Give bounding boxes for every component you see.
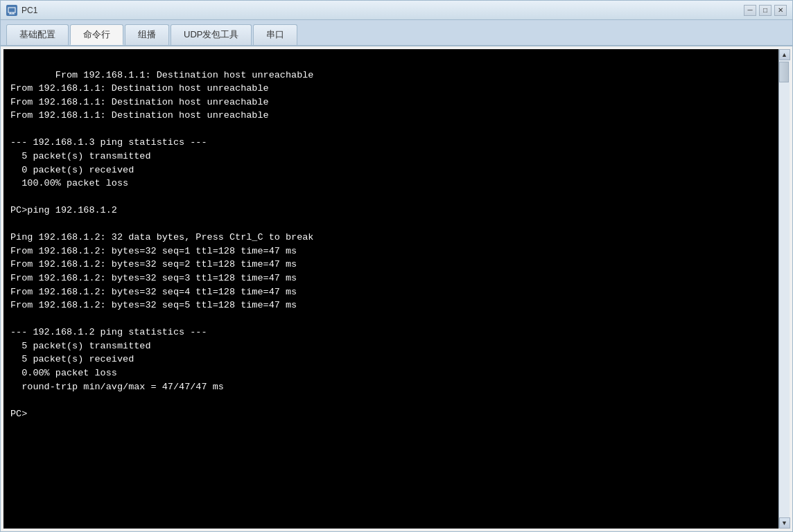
tab-command-line[interactable]: 命令行 [70, 24, 123, 45]
terminal-output[interactable]: From 192.168.1.1: Destination host unrea… [3, 49, 778, 529]
close-button[interactable]: ✕ [774, 5, 787, 16]
terminal-wrapper: From 192.168.1.1: Destination host unrea… [1, 46, 792, 531]
content-area: From 192.168.1.1: Destination host unrea… [1, 46, 792, 531]
svg-rect-0 [8, 8, 15, 12]
tab-multicast[interactable]: 组播 [125, 24, 169, 45]
scrollbar-down-arrow[interactable]: ▼ [779, 517, 790, 529]
window-title: PC1 [21, 6, 37, 15]
scrollbar-thumb[interactable] [779, 62, 789, 82]
scrollbar-track[interactable] [779, 60, 790, 517]
tabs-bar: 基础配置 命令行 组播 UDP发包工具 串口 [1, 20, 792, 46]
minimize-button[interactable]: ─ [744, 5, 756, 16]
titlebar: PC1 ─ □ ✕ [1, 1, 792, 20]
main-window: PC1 ─ □ ✕ 基础配置 命令行 组播 UDP发包工具 串口 From 19… [0, 0, 793, 532]
titlebar-left: PC1 [6, 5, 37, 16]
restore-button[interactable]: □ [759, 5, 772, 16]
scrollbar[interactable]: ▲ ▼ [778, 49, 790, 529]
app-icon [6, 5, 17, 16]
tab-udp-tool[interactable]: UDP发包工具 [171, 24, 252, 45]
scrollbar-up-arrow[interactable]: ▲ [779, 49, 790, 60]
tab-serial[interactable]: 串口 [253, 24, 297, 45]
tab-basic-config[interactable]: 基础配置 [6, 24, 69, 45]
window-controls: ─ □ ✕ [744, 5, 787, 16]
